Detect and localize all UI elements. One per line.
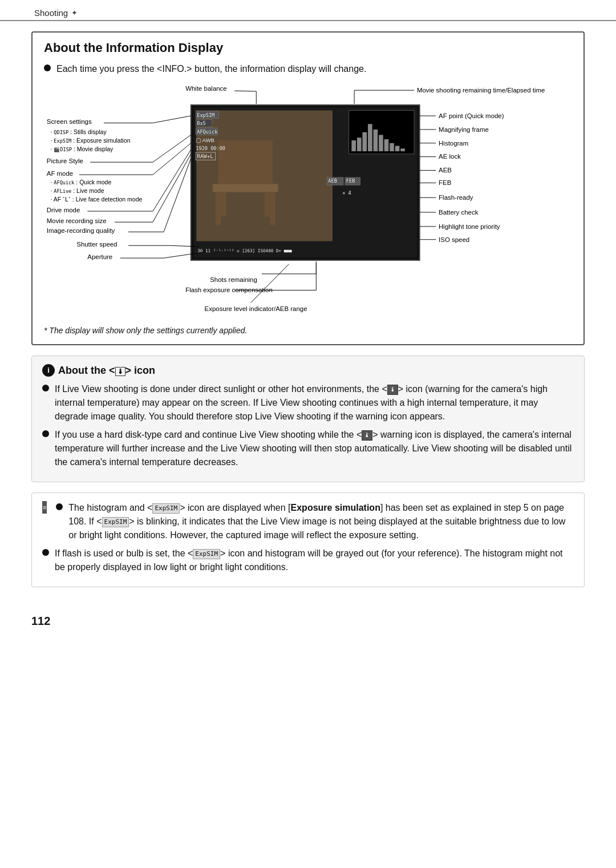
diagram-note: * The display will show only the setting…: [44, 326, 572, 335]
bullet-dot-2: [42, 385, 49, 391]
temp-icon-badge2: 🌡: [362, 430, 372, 441]
svg-text:Histogram: Histogram: [439, 140, 468, 147]
svg-text:30  11  ²⁻¹·¹⁺¹²  ☒  [263]  IS: 30 11 ²⁻¹·¹⁺¹² ☒ [263] ISO400 D+ ■■■: [197, 248, 292, 253]
note-icon: ≡: [42, 501, 47, 514]
svg-text:Flash-ready: Flash-ready: [439, 194, 473, 201]
expsim-badge2: ExpSIM: [102, 517, 129, 528]
note-bullet2: If flash is used or bulb is set, the <Ex…: [42, 547, 574, 574]
page-header: Shooting ✦: [0, 0, 616, 18]
svg-rect-8: [265, 192, 270, 217]
expsim-badge3: ExpSIM: [193, 549, 220, 560]
svg-text:· QDISP : Stills display: · QDISP : Stills display: [50, 128, 107, 135]
svg-line-98: [251, 264, 289, 303]
svg-line-44: [153, 116, 191, 123]
svg-text:Screen settings: Screen settings: [47, 118, 92, 125]
svg-rect-17: [390, 143, 394, 151]
about-icon-bullet2-text: If you use a hard disk-type card and con…: [55, 428, 574, 469]
svg-rect-10: [351, 140, 356, 151]
about-icon-bullet1: If Live View shooting is done under dire…: [42, 382, 574, 423]
svg-text:AE lock: AE lock: [439, 153, 461, 160]
main-content: About the Information Display Each time …: [0, 21, 616, 609]
svg-text:Movie recording size: Movie recording size: [47, 217, 107, 224]
svg-line-62: [153, 154, 191, 222]
svg-text:✕ 4: ✕ 4: [342, 190, 351, 196]
about-icon-bullet2: If you use a hard disk-type card and con…: [42, 428, 574, 469]
note-bullet2-text: If flash is used or bulb is set, the <Ex…: [55, 547, 574, 574]
svg-text:B±S: B±S: [197, 120, 206, 126]
svg-rect-15: [379, 135, 383, 151]
svg-text:White balance: White balance: [185, 85, 226, 92]
svg-text:Magnifying frame: Magnifying frame: [439, 126, 489, 133]
bullet-dot-1: [44, 64, 51, 71]
svg-text:Aperture: Aperture: [87, 253, 112, 260]
svg-line-38: [234, 91, 256, 91]
svg-text:· AFLive : Live mode: · AFLive : Live mode: [50, 187, 104, 194]
svg-text:Picture Style: Picture Style: [47, 158, 83, 164]
svg-text:· ExpSIM : Exposure simulation: · ExpSIM : Exposure simulation: [50, 137, 130, 144]
note-box: ≡ The histogram and <ExpSIM> icon are di…: [31, 492, 585, 587]
svg-text:1920 00:00: 1920 00:00: [196, 146, 225, 151]
svg-text:FEB: FEB: [439, 179, 452, 186]
svg-rect-18: [395, 146, 400, 152]
svg-rect-5: [216, 192, 221, 225]
svg-rect-6: [270, 192, 275, 225]
svg-text:AFQuick: AFQuick: [197, 129, 218, 135]
svg-text:Shutter speed: Shutter speed: [76, 241, 117, 248]
svg-rect-19: [400, 148, 405, 151]
page-number: 112: [0, 609, 616, 633]
bullet-dot-5: [42, 549, 49, 556]
about-icon-section: i About the <🌡> icon If Live View shooti…: [31, 356, 585, 482]
svg-text:· AF ʻLʼ : Live face detection: · AF ʻLʼ : Live face detection mode: [50, 196, 142, 203]
bullet-dot-4: [56, 503, 63, 510]
svg-text:Flash exposure compensation: Flash exposure compensation: [185, 286, 273, 293]
info-display-section: About the Information Display Each time …: [31, 31, 585, 345]
svg-text:FEB: FEB: [346, 178, 355, 184]
svg-text:AF mode: AF mode: [47, 170, 73, 177]
svg-text:AEB: AEB: [439, 167, 452, 173]
bullet-dot-3: [42, 430, 49, 437]
svg-text:· 🎬DISP : Movie display: · 🎬DISP : Movie display: [50, 146, 114, 153]
svg-line-50: [153, 135, 191, 162]
svg-text:Shots remaining: Shots remaining: [210, 276, 257, 283]
svg-text:ISO speed: ISO speed: [439, 236, 469, 243]
svg-rect-12: [362, 132, 367, 151]
diagram-container: ExpSIM B±S AFQuick ▢ AWB 1920 00:00 RAW+…: [44, 80, 572, 320]
expsim-badge1: ExpSIM: [152, 503, 180, 514]
svg-rect-14: [374, 130, 378, 151]
about-icon-bullet1-text: If Live View shooting is done under dire…: [55, 382, 574, 423]
note-bullet1-text: The histogram and <ExpSIM> icon are disp…: [68, 501, 574, 542]
svg-rect-16: [384, 139, 389, 151]
svg-text:· AFQuick : Quick mode: · AFQuick : Quick mode: [50, 179, 111, 185]
svg-text:ExpSIM: ExpSIM: [197, 112, 214, 118]
svg-text:AEB: AEB: [328, 178, 337, 184]
svg-text:▢ AWB: ▢ AWB: [196, 137, 214, 143]
svg-text:Movie shooting remaining time/: Movie shooting remaining time/Elapsed ti…: [417, 87, 545, 94]
svg-text:Image-recording quality: Image-recording quality: [47, 227, 115, 234]
svg-text:Drive mode: Drive mode: [47, 207, 80, 213]
svg-text:Battery check: Battery check: [439, 209, 479, 216]
temp-icon-badge: 🌡: [387, 385, 398, 395]
info-bullet1-text: Each time you press the <INFO.> button, …: [56, 62, 366, 76]
note-bullet1: ≡ The histogram and <ExpSIM> icon are di…: [42, 501, 574, 542]
header-title: Shooting: [34, 8, 68, 18]
diagram-svg: ExpSIM B±S AFQuick ▢ AWB 1920 00:00 RAW+…: [44, 80, 572, 320]
info-icon: i: [42, 364, 55, 377]
about-icon-title: i About the <🌡> icon: [42, 364, 574, 377]
svg-rect-11: [357, 138, 362, 151]
svg-text:Exposure level indicator/AEB r: Exposure level indicator/AEB range: [205, 305, 307, 312]
info-bullet1: Each time you press the <INFO.> button, …: [44, 62, 572, 76]
svg-text:AF point (Quick mode): AF point (Quick mode): [439, 112, 504, 119]
svg-text:Highlight tone priority: Highlight tone priority: [439, 223, 500, 230]
svg-rect-7: [221, 192, 226, 217]
about-icon-title-text: About the <🌡> icon: [58, 365, 155, 377]
section-title: About the Information Display: [44, 41, 572, 55]
svg-rect-4: [218, 140, 272, 184]
svg-rect-13: [368, 124, 372, 151]
svg-text:RAW+L: RAW+L: [197, 153, 213, 159]
header-star: ✦: [71, 9, 78, 17]
svg-rect-3: [213, 184, 278, 192]
